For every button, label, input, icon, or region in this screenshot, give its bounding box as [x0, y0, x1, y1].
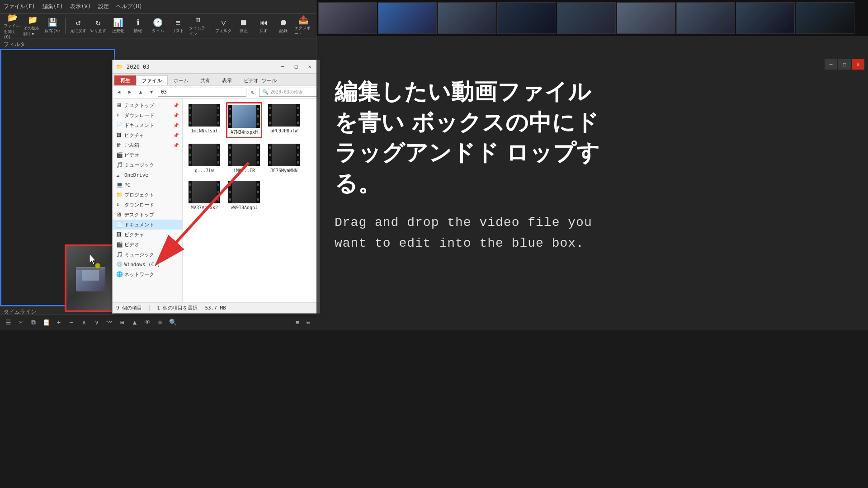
video-icon: 🎬 — [116, 152, 123, 158]
top-film-strip — [316, 0, 868, 36]
search-box[interactable]: 🔍 2020-03の検索 — [259, 88, 318, 97]
film-cell-1 — [318, 2, 377, 34]
maximize-button[interactable]: □ — [290, 62, 302, 72]
film-cell-6 — [617, 2, 675, 34]
file-item-0[interactable]: 1mcNNktsol — [186, 102, 222, 138]
save-button[interactable]: 💾 保存(S) — [43, 15, 61, 37]
explorer-title-left: 📁 2020-03 — [116, 64, 150, 70]
bottom-bar — [0, 330, 868, 488]
desktop2-icon: 🖥 — [116, 211, 123, 218]
music-icon: 🎵 — [116, 162, 123, 168]
back-button[interactable]: ◀ — [114, 88, 123, 97]
tl-cut-button[interactable]: ✂ — [16, 319, 25, 326]
menu-bar: ファイル(F) 編集(E) 表示(V) 設定 ヘルプ(H) — [0, 0, 316, 14]
undo-button[interactable]: ↺ 元に戻す — [69, 15, 87, 37]
file-thumb-5 — [268, 144, 300, 166]
file-name-2: aPC9JP8pfW — [270, 128, 297, 134]
right-minimize-button[interactable]: ─ — [825, 59, 837, 70]
downloads2-icon: ⬇ — [116, 202, 123, 208]
recent-button[interactable]: ▼ — [147, 88, 156, 97]
documents-icon: 📄 — [116, 122, 123, 128]
minimize-button[interactable]: ─ — [276, 62, 289, 72]
address-path[interactable]: 03 — [158, 88, 246, 97]
pictures-icon: 🖼 — [116, 132, 123, 138]
desktop-icon: 🖥 — [116, 102, 123, 108]
tl-add-button[interactable]: + — [54, 319, 63, 326]
stop-button[interactable]: ⏹ 停止 — [235, 15, 253, 37]
tl-marker-button[interactable]: ▲ — [130, 319, 139, 326]
time-button[interactable]: 🕐 タイム — [149, 15, 167, 37]
tl-waveform-button[interactable]: 〰 — [105, 319, 114, 326]
tl-grid-button[interactable]: ⊞ — [118, 319, 127, 326]
nav-downloads[interactable]: ⬇ ダウンロード 📌 — [113, 110, 182, 120]
tab-share[interactable]: 共有 — [194, 75, 216, 85]
tl-grid-view-button[interactable]: ⊟ — [304, 319, 313, 326]
open-other-icon: 📁 — [28, 15, 38, 24]
onedrive-icon: ☁ — [116, 172, 123, 178]
tl-zoom-button[interactable]: 🔍 — [168, 319, 177, 326]
tab-file[interactable]: ファイル — [136, 75, 168, 85]
record-button[interactable]: ⏺ 記録 — [274, 15, 292, 37]
up-button[interactable]: ▲ — [136, 88, 145, 97]
rewind-icon: ⏮ — [259, 18, 268, 27]
tab-home[interactable]: ホーム — [168, 75, 194, 85]
tl-settings-button[interactable]: ⚙ — [156, 319, 165, 326]
tab-view[interactable]: 表示 — [216, 75, 238, 85]
menu-settings[interactable]: 設定 — [98, 3, 109, 10]
status-bar: 9 個の項目 1 個の項目を選択 53.7 MB — [113, 302, 320, 313]
tl-sub-button[interactable]: − — [67, 319, 76, 326]
tab-video-tools[interactable]: ビデオ ツール — [238, 75, 283, 85]
open-file-button[interactable]: 📂 ファイルを開く(O) — [4, 15, 22, 37]
drive-c-icon: 💿 — [116, 261, 123, 267]
redo-button[interactable]: ↻ やり直す — [89, 15, 107, 37]
close-button[interactable]: ✕ — [303, 62, 316, 72]
file-thumb-1 — [228, 105, 260, 128]
file-item-1[interactable]: A7N34nxpxH — [226, 102, 262, 138]
nav-desktop[interactable]: 🖥 デスクトップ 📌 — [113, 100, 182, 110]
stop-icon: ⏹ — [240, 18, 248, 27]
filter-icon: ▽ — [221, 18, 226, 27]
info-button[interactable]: ℹ 情報 — [129, 15, 147, 37]
red-arrow — [131, 149, 258, 286]
normalize-button[interactable]: 📊 正規化 — [109, 15, 127, 37]
documents2-icon: 📄 — [116, 221, 123, 228]
tl-down-button[interactable]: ∨ — [92, 319, 101, 326]
film-cell-2 — [378, 2, 437, 34]
tl-eye-button[interactable]: 👁 — [143, 319, 152, 326]
refresh-button[interactable]: ↻ — [248, 88, 257, 97]
tab-play[interactable]: 再生 — [114, 75, 136, 85]
record-icon: ⏺ — [279, 18, 288, 27]
tl-menu-button[interactable]: ☰ — [4, 319, 13, 326]
file-item-2[interactable]: aPC9JP8pfW — [266, 102, 302, 138]
projects-icon: 📁 — [116, 192, 123, 198]
nav-pictures[interactable]: 🖼 ピクチャ 📌 — [113, 130, 182, 140]
tl-chevron-button[interactable]: ∧ — [80, 319, 89, 326]
menu-edit[interactable]: 編集(E) — [42, 3, 63, 10]
menu-view[interactable]: 表示(V) — [70, 3, 91, 10]
clip-inner-frame — [76, 267, 105, 290]
downloads-icon: ⬇ — [116, 112, 123, 118]
list-button[interactable]: ≡ リスト — [169, 15, 187, 37]
nav-documents[interactable]: 📄 ドキュメント 📌 — [113, 120, 182, 130]
tl-list-view-button[interactable]: ≡ — [293, 319, 302, 326]
file-item-5[interactable]: JF7SMyaMNN — [266, 142, 302, 175]
explorer-title: 2020-03 — [127, 64, 150, 70]
timeline-view-button[interactable]: ⊞ タイムライン — [189, 15, 207, 37]
forward-button[interactable]: ▶ — [125, 88, 134, 97]
menu-file[interactable]: ファイル(F) — [4, 3, 35, 10]
tl-paste-button[interactable]: 📋 — [42, 319, 51, 326]
filter-toolbar-button[interactable]: ▽ フィルタ — [214, 15, 232, 37]
rewind-button[interactable]: ⏮ 戻す — [255, 15, 273, 37]
search-placeholder: 2020-03の検索 — [270, 89, 303, 95]
jp-instruction-container: 編集したい動画ファイルを青い ボックスの中にドラッグアンドド ロップする。 — [335, 77, 601, 199]
save-icon: 💾 — [47, 18, 57, 27]
bottom-info — [4, 334, 7, 338]
menu-help[interactable]: ヘルプ(H) — [116, 3, 142, 10]
nav-trash[interactable]: 🗑 ごみ箱 📌 — [113, 140, 182, 150]
tl-copy-button[interactable]: ⧉ — [29, 319, 38, 326]
right-close-button[interactable]: ✕ — [852, 59, 864, 70]
open-other-button[interactable]: 📁 その他を開く▼ — [24, 15, 42, 37]
export-button[interactable]: 📤 エクスポート — [294, 15, 312, 37]
right-win-controls: ─ □ ✕ — [825, 59, 864, 70]
right-maximize-button[interactable]: □ — [838, 59, 851, 70]
